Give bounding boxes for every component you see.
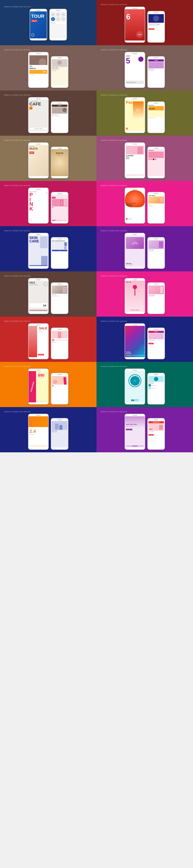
screen-pink-1: SKIN SHOP PINK + 24 % [29, 190, 48, 221]
phone-open5-1: OPEN 5 Opening Event Details [125, 52, 145, 88]
screen-perfume-1: PAY DAY Perfume Collection [125, 281, 145, 312]
screen-sale-girl-1: SALE Special promotion for you SHOP NOW [29, 326, 48, 357]
screen-sale-1: SALE Special Promotion % 34 [29, 281, 48, 312]
phone-cream-1: NATURAL SKIN CREAM [125, 188, 145, 224]
phone-pasta-1: Pasta SPECIALPASTA ▶ [125, 97, 145, 133]
phones-sale-34: SALE Special Promotion % 34 [28, 278, 68, 314]
cell-love-tour: MOBILE PROMOTION DESIGN Love Tour Com Bo… [96, 407, 193, 452]
label-circle-promo: MOBILE PROMOTION DESIGN [99, 366, 127, 367]
phone-sale-girl-2: Sale items [51, 328, 68, 359]
screen-lipstick-2: 890 Best seller [51, 375, 68, 402]
phone-big-off-2: Premium Tour Package Special discount av… [147, 11, 165, 43]
screen-sale-2: ★★★★★ Best quality product [51, 285, 68, 312]
phone-sale-girl-1: SALE Special promotion for you SHOP NOW [28, 323, 49, 359]
label-skin-care: MOBILE PROMOTION DESIGN [2, 230, 31, 231]
phone-perfume-1: PAY DAY Perfume Collection [125, 278, 145, 314]
phone-luxury-2: LUXURY [147, 147, 165, 178]
phone-bakery-1: The Bakery 30% ★★★★★ [28, 52, 49, 88]
label-love-tour: MOBILE PROMOTION DESIGN [99, 411, 127, 412]
screen-pasta-2: New Pasta 16,000 Special price today [148, 104, 164, 131]
phone-tour-2: 8 Menu items [49, 9, 67, 40]
sale-tag: SALE [31, 20, 37, 22]
cell-num24: MOBILE PROMOTION DESIGN 2.4 Rating score [0, 407, 96, 452]
phone-pink-2: SALE 24% [51, 192, 68, 224]
screen-lipstick-1: NEW 890 Limited edition [29, 371, 48, 402]
cell-bakery: MOBILE PROMOTION DESIGN The Bakery 30% [0, 45, 96, 90]
label-natural-cream: MOBILE PROMOTION DESIGN [99, 185, 127, 186]
phone-red-promo: PROMOTION 50% Tour Package BUY NOW [147, 418, 165, 450]
phones-luxury: LUXURY HAIR SHOP LUXURY [125, 142, 165, 178]
screen-people: People stats Monthly report [51, 421, 68, 447]
tour-big: TOUR [31, 14, 46, 19]
phone-pasta-sale-2: PASTA Gold Edition [51, 147, 68, 178]
phones-perfume: PAY DAY Perfume Collection [125, 278, 165, 314]
label-gift-box: MOBILE PROMOTION DESIGN [99, 230, 127, 231]
section-row8: MOBILE PROMOTION DESIGN SALE Special pro… [0, 317, 193, 362]
cell-tour-sale: MOBILE PROMOTION DESIGN TOUR TOUR SALE [0, 0, 96, 45]
screen-best: BEST Top picks for you VIEW ALL [148, 330, 164, 357]
section-row5: MOBILE PROMOTION DESIGN SKIN SHOP PINK +… [0, 181, 193, 226]
phone-pasta-sale-1: SALE OFF PASTA 30% ➤ [28, 142, 49, 178]
phones-circle-promo: EVENT INFO MORE [125, 369, 165, 405]
cell-sale-girl: MOBILE PROMOTION DESIGN SALE Special pro… [0, 317, 96, 362]
phones-lipstick: NEW 890 Limited edition [28, 369, 68, 405]
label-sale-girl: MOBILE PROMOTION DESIGN [2, 320, 31, 322]
cell-lipstick: MOBILE PROMOTION DESIGN NEW 890 Limited … [0, 362, 96, 407]
phone-lipstick-1: NEW 890 Limited edition [28, 369, 49, 405]
phone-pink-1: SKIN SHOP PINK + 24 % [28, 188, 49, 224]
label-luxury: MOBILE PROMOTION DESIGN [99, 140, 127, 141]
section-row2: MOBILE PROMOTION DESIGN The Bakery 30% [0, 45, 193, 90]
cell-perfume: MOBILE PROMOTION DESIGN PAY DAY Perfume … [96, 271, 193, 317]
cell-gift-box: MOBILE PROMOTION DESIGN Gift BoxSpecial … [96, 226, 193, 271]
phones-pasta-yellow: Pasta SPECIALPASTA ▶ [125, 97, 165, 133]
phone-gift-1: Gift BoxSpecial Offer Gift Box Premium c… [125, 233, 145, 269]
cell-skin-care: MOBILE PROMOTION DESIGN SKIN CARE [0, 226, 96, 271]
phone-perfume-2: Luxury Perfume Exclusive scent [147, 282, 165, 314]
cell-pasta-sale: MOBILE PROMOTION DESIGN SALE OFF PASTA 3… [0, 136, 96, 181]
screen-luxury-1: LUXURY HAIR SHOP [125, 145, 145, 176]
phones-open5: OPEN 5 Opening Event Details OPEN [125, 52, 165, 88]
phones-big-off: BIG 6 OFF Pre [125, 7, 165, 43]
screen-bakery-2: Bakery Menu Fresh baked goods ★★★★★ [51, 59, 68, 86]
phone-luxury-1: LUXURY HAIR SHOP [125, 142, 145, 178]
phones-num24: 2.4 Rating score [28, 414, 68, 450]
phone-cream-2: SKIN CREAM Rating: ★★★★★ [147, 192, 165, 224]
label-tour-sale: MOBILE PROMOTION DESIGN [2, 6, 31, 7]
phone-lipstick-2: 890 Best seller [51, 373, 68, 405]
phones-cafe: — OPEN EVENT — CAFE OPEN EVENT MENU CAFE [28, 97, 68, 133]
section-row7: MOBILE PROMOTION DESIGN SALE Special Pro… [0, 271, 193, 317]
cell-cafe: MOBILE PROMOTION DESIGN — OPEN EVENT — C… [0, 90, 96, 136]
cell-open5: MOBILE PROMOTION DESIGN OPEN 5 Opening E… [96, 45, 193, 90]
phones-gift-box: Gift BoxSpecial Offer Gift Box Premium c… [125, 233, 165, 269]
screen-big-off-1: BIG 6 OFF [125, 9, 145, 40]
phones-pasta-sale: SALE OFF PASTA 30% ➤ PASTA [28, 142, 68, 178]
screen-circle-1: EVENT INFO MORE [125, 371, 145, 402]
page-container: MOBILE PROMOTION DESIGN TOUR TOUR SALE [0, 0, 193, 452]
screen-open5-2: OPEN RIGHT CARD Card details here [148, 59, 164, 86]
screen-cream-1: NATURAL SKIN CREAM [125, 190, 145, 221]
phone-num24-1: 2.4 Rating score [28, 414, 49, 450]
phones-bakery: The Bakery 30% ★★★★★ [28, 52, 68, 88]
label-lipstick: MOBILE PROMOTION DESIGN [2, 366, 31, 367]
screen-pasta-sale-1: SALE OFF PASTA 30% ➤ [29, 145, 48, 176]
screen-event-info: Event Details 1 Register now 2 [148, 375, 164, 402]
label-bakery: MOBILE PROMOTION DESIGN [2, 49, 31, 51]
screen-tour-1: TOUR TOUR SALE [30, 11, 47, 38]
screen-bakery-1: The Bakery 30% ★★★★★ [29, 55, 48, 86]
label-sale-34: MOBILE PROMOTION DESIGN [2, 275, 31, 277]
label-cafe: MOBILE PROMOTION DESIGN [2, 94, 31, 96]
phones-love-tour: Love Tour Com Book your dream tour BOOK … [125, 414, 165, 450]
section-row4: MOBILE PROMOTION DESIGN SALE OFF PASTA 3… [0, 136, 193, 181]
cell-sale-34: MOBILE PROMOTION DESIGN SALE Special Pro… [0, 271, 96, 317]
screen-cafe-1: — OPEN EVENT — CAFE OPEN EVENT MENU [29, 100, 48, 131]
label-perfume: MOBILE PROMOTION DESIGN [99, 275, 127, 277]
phones-natural-cream: NATURAL SKIN CREAM [125, 188, 165, 224]
label-pasta-yellow: MOBILE PROMOTION DESIGN [99, 94, 127, 96]
phone-cafe-1: — OPEN EVENT — CAFE OPEN EVENT MENU [28, 97, 49, 133]
phone-best: BEST Top picks for you VIEW ALL [147, 328, 165, 359]
phone-gift-2: Premium Gift Limited edition [147, 237, 165, 269]
label-num24: MOBILE PROMOTION DESIGN [2, 411, 31, 412]
screen-pasta-1: Pasta SPECIALPASTA ▶ [125, 100, 145, 131]
phones-tour-sale: TOUR TOUR SALE [30, 9, 67, 40]
cell-luxury: MOBILE PROMOTION DESIGN LUXURY HAIR SHOP [96, 136, 193, 181]
